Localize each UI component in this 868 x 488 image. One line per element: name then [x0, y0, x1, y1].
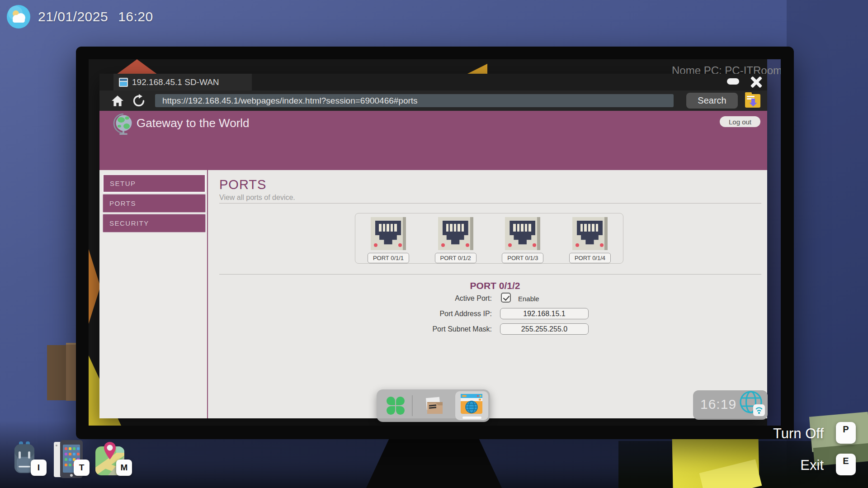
enable-label: Enable: [518, 295, 539, 303]
active-app-indicator: [462, 417, 481, 419]
port-label: PORT 0/1/4: [569, 253, 611, 263]
wallpaper-band: [767, 59, 781, 426]
subnet-mask-label: Port Subnet Mask:: [339, 325, 492, 333]
page-title: PORTS: [219, 177, 266, 192]
hud-datetime: 21/01/2025 16:20: [38, 9, 153, 24]
tab-favicon-icon: [119, 78, 128, 87]
inventory-key-badge: I: [31, 460, 47, 476]
virtual-screen: Nome PC: PC-ITRoom-1 192.168.45.1 SD-WAN: [89, 59, 781, 426]
exit-action[interactable]: Exit: [760, 457, 824, 474]
browser-titlebar: 192.168.45.1 SD-WAN: [99, 74, 767, 90]
hud-time: 16:20: [118, 9, 153, 24]
site-header: Gateway to the World Log out: [99, 111, 767, 170]
page-content: SETUP PORTS SECURITY PORTS View all port…: [99, 170, 767, 418]
port-label: PORT 0/1/3: [502, 253, 543, 263]
logout-button[interactable]: Log out: [720, 116, 760, 127]
ethernet-port-icon: [505, 217, 540, 250]
sidebar-item-ports[interactable]: PORTS: [103, 194, 206, 213]
exit-keycap: E: [836, 454, 856, 475]
site-brand: Gateway to the World: [137, 116, 250, 130]
port-ip-label: Port Address IP:: [339, 310, 492, 318]
monitor: Nome PC: PC-ITRoom-1 192.168.45.1 SD-WAN: [76, 47, 794, 439]
search-button-label: Search: [698, 95, 726, 106]
logout-label: Log out: [729, 118, 751, 126]
close-button[interactable]: [749, 75, 764, 89]
network-globe-icon: [738, 389, 766, 417]
hud-date: 21/01/2025: [38, 9, 108, 24]
divider: [219, 203, 761, 204]
wallpaper-shape: [110, 59, 164, 74]
url-input[interactable]: [155, 94, 674, 107]
browser-tab[interactable]: 192.168.45.1 SD-WAN: [113, 74, 252, 90]
wallpaper-shape: [467, 64, 487, 74]
cardboard-box: [47, 345, 66, 400]
divider: [219, 274, 761, 275]
game-scene: Nome PC: PC-ITRoom-1 192.168.45.1 SD-WAN: [0, 0, 868, 488]
active-port-label: Active Port:: [339, 294, 492, 303]
port-label: PORT 0/1/1: [368, 253, 409, 263]
taskbar-divider: [412, 395, 413, 416]
port-cell-0-1-3[interactable]: PORT 0/1/3: [501, 217, 544, 263]
refresh-icon[interactable]: [132, 94, 146, 108]
port-label: PORT 0/1/2: [435, 253, 476, 263]
sidebar-item-security[interactable]: SECURITY: [103, 214, 206, 232]
port-ip-input[interactable]: [500, 308, 589, 319]
tablet-key-badge: T: [74, 460, 90, 476]
port-cell-0-1-2[interactable]: PORT 0/1/2: [434, 217, 477, 263]
downloads-icon[interactable]: [745, 94, 760, 108]
start-menu-icon[interactable]: [387, 397, 405, 415]
ethernet-port-icon: [572, 217, 608, 250]
tab-title: 192.168.45.1 SD-WAN: [132, 77, 219, 87]
weather-icon: [6, 5, 31, 29]
home-icon[interactable]: [111, 95, 124, 107]
taskbar-clock: 16:19: [700, 397, 736, 412]
search-button[interactable]: Search: [686, 93, 738, 109]
port-detail-title: PORT 0/1/2: [359, 280, 631, 291]
port-cell-0-1-1[interactable]: PORT 0/1/1: [367, 217, 410, 263]
active-port-checkbox[interactable]: [501, 293, 511, 303]
subnet-mask-input[interactable]: [500, 323, 589, 335]
sidebar-nav: SETUP PORTS SECURITY: [99, 170, 208, 418]
file-explorer-icon[interactable]: [424, 397, 444, 415]
page-subtitle: View all ports of device.: [219, 194, 295, 202]
browser-app-icon[interactable]: [455, 391, 488, 420]
port-cell-0-1-4[interactable]: PORT 0/1/4: [568, 217, 612, 263]
wallpaper-shape: [89, 249, 100, 324]
turn-off-action[interactable]: Turn Off: [760, 426, 824, 442]
ethernet-port-icon: [371, 217, 406, 250]
ports-page: PORTS View all ports of device. PORT 0/1…: [208, 170, 767, 418]
sidebar-item-setup[interactable]: SETUP: [103, 174, 206, 193]
browser-toolbar: Search: [99, 90, 767, 111]
globe-logo-icon: [113, 113, 134, 135]
minimize-button[interactable]: [727, 78, 739, 85]
taskbar-clock-panel: 16:19: [693, 390, 768, 420]
map-key-badge: M: [116, 460, 132, 476]
turn-off-keycap: P: [836, 422, 856, 444]
ethernet-port-icon: [438, 217, 473, 250]
browser-app-glyph: [461, 394, 482, 414]
taskbar: [377, 389, 490, 422]
ports-box: PORT 0/1/1 PORT 0/1/2: [355, 213, 623, 264]
browser-window: 192.168.45.1 SD-WAN Search: [99, 74, 767, 418]
